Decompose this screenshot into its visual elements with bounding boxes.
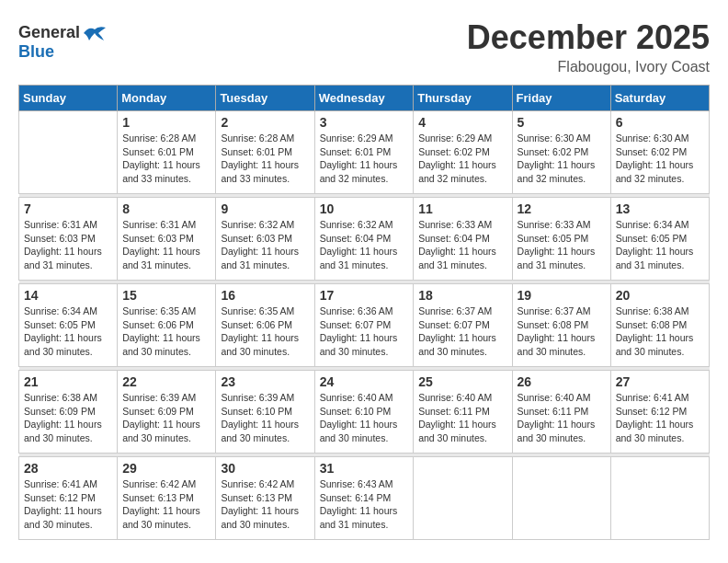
calendar-cell — [19, 111, 118, 194]
day-info: Sunrise: 6:28 AMSunset: 6:01 PMDaylight:… — [221, 132, 309, 186]
day-number: 19 — [518, 288, 606, 303]
calendar-cell — [610, 457, 709, 540]
day-info: Sunrise: 6:37 AMSunset: 6:08 PMDaylight:… — [518, 304, 606, 359]
day-info: Sunrise: 6:29 AMSunset: 6:01 PMDaylight:… — [320, 132, 409, 186]
calendar-cell: 6Sunrise: 6:30 AMSunset: 6:02 PMDaylight… — [610, 111, 709, 194]
logo-bird-icon — [82, 24, 108, 42]
day-info: Sunrise: 6:42 AMSunset: 6:13 PMDaylight:… — [221, 477, 309, 532]
calendar-cell: 28Sunrise: 6:41 AMSunset: 6:12 PMDayligh… — [19, 457, 118, 540]
day-number: 6 — [616, 115, 704, 130]
day-info: Sunrise: 6:32 AMSunset: 6:03 PMDaylight:… — [221, 218, 309, 272]
day-number: 13 — [616, 201, 704, 216]
day-number: 31 — [320, 461, 409, 476]
day-number: 23 — [221, 374, 309, 389]
day-number: 20 — [616, 288, 704, 303]
day-info: Sunrise: 6:36 AMSunset: 6:07 PMDaylight:… — [320, 304, 409, 359]
calendar-cell: 9Sunrise: 6:32 AMSunset: 6:03 PMDaylight… — [216, 198, 314, 281]
month-title: December 2025 — [467, 18, 710, 57]
day-info: Sunrise: 6:29 AMSunset: 6:02 PMDaylight:… — [418, 132, 506, 186]
day-number: 28 — [24, 461, 112, 476]
calendar-cell: 8Sunrise: 6:31 AMSunset: 6:03 PMDaylight… — [118, 198, 216, 281]
day-number: 24 — [320, 374, 409, 389]
day-number: 2 — [221, 115, 309, 130]
day-number: 26 — [518, 374, 606, 389]
day-number: 14 — [24, 288, 112, 303]
day-number: 9 — [221, 201, 309, 216]
day-info: Sunrise: 6:28 AMSunset: 6:01 PMDaylight:… — [122, 132, 210, 186]
calendar-cell: 20Sunrise: 6:38 AMSunset: 6:08 PMDayligh… — [610, 284, 709, 367]
week-row-1: 1Sunrise: 6:28 AMSunset: 6:01 PMDaylight… — [19, 111, 710, 194]
day-number: 25 — [418, 374, 506, 389]
calendar-cell: 18Sunrise: 6:37 AMSunset: 6:07 PMDayligh… — [414, 284, 512, 367]
day-info: Sunrise: 6:40 AMSunset: 6:10 PMDaylight:… — [320, 391, 409, 445]
calendar-cell — [512, 457, 610, 540]
calendar-cell: 24Sunrise: 6:40 AMSunset: 6:10 PMDayligh… — [314, 371, 414, 454]
day-number: 10 — [320, 201, 409, 216]
header: General Blue December 2025 Flabougou, Iv… — [18, 18, 710, 75]
col-monday: Monday — [118, 86, 216, 111]
day-info: Sunrise: 6:39 AMSunset: 6:09 PMDaylight:… — [122, 391, 210, 445]
week-row-4: 21Sunrise: 6:38 AMSunset: 6:09 PMDayligh… — [19, 371, 710, 454]
day-number: 11 — [418, 201, 506, 216]
logo-general-text: General — [18, 23, 80, 42]
location-title: Flabougou, Ivory Coast — [467, 59, 710, 75]
calendar-cell: 7Sunrise: 6:31 AMSunset: 6:03 PMDaylight… — [19, 198, 118, 281]
calendar-cell: 30Sunrise: 6:42 AMSunset: 6:13 PMDayligh… — [216, 457, 314, 540]
calendar-cell: 22Sunrise: 6:39 AMSunset: 6:09 PMDayligh… — [118, 371, 216, 454]
day-number: 8 — [122, 201, 210, 216]
col-sunday: Sunday — [19, 86, 118, 111]
day-info: Sunrise: 6:38 AMSunset: 6:09 PMDaylight:… — [24, 391, 112, 445]
calendar-table: Sunday Monday Tuesday Wednesday Thursday… — [18, 85, 710, 540]
calendar-header-row: Sunday Monday Tuesday Wednesday Thursday… — [19, 86, 710, 111]
calendar-cell: 3Sunrise: 6:29 AMSunset: 6:01 PMDaylight… — [314, 111, 414, 194]
calendar-cell: 25Sunrise: 6:40 AMSunset: 6:11 PMDayligh… — [414, 371, 512, 454]
col-thursday: Thursday — [414, 86, 512, 111]
title-area: December 2025 Flabougou, Ivory Coast — [467, 18, 710, 75]
day-number: 16 — [221, 288, 309, 303]
week-row-3: 14Sunrise: 6:34 AMSunset: 6:05 PMDayligh… — [19, 284, 710, 367]
day-number: 27 — [616, 374, 704, 389]
calendar-cell: 29Sunrise: 6:42 AMSunset: 6:13 PMDayligh… — [118, 457, 216, 540]
day-info: Sunrise: 6:37 AMSunset: 6:07 PMDaylight:… — [418, 304, 506, 359]
day-info: Sunrise: 6:33 AMSunset: 6:04 PMDaylight:… — [418, 218, 506, 272]
day-number: 18 — [418, 288, 506, 303]
day-number: 21 — [24, 374, 112, 389]
calendar-cell — [414, 457, 512, 540]
day-info: Sunrise: 6:31 AMSunset: 6:03 PMDaylight:… — [24, 218, 112, 272]
col-friday: Friday — [512, 86, 610, 111]
calendar-cell: 10Sunrise: 6:32 AMSunset: 6:04 PMDayligh… — [314, 198, 414, 281]
day-info: Sunrise: 6:35 AMSunset: 6:06 PMDaylight:… — [122, 304, 210, 359]
day-info: Sunrise: 6:42 AMSunset: 6:13 PMDaylight:… — [122, 477, 210, 532]
day-number: 22 — [122, 374, 210, 389]
day-info: Sunrise: 6:33 AMSunset: 6:05 PMDaylight:… — [518, 218, 606, 272]
day-number: 1 — [122, 115, 210, 130]
week-row-5: 28Sunrise: 6:41 AMSunset: 6:12 PMDayligh… — [19, 457, 710, 540]
day-info: Sunrise: 6:34 AMSunset: 6:05 PMDaylight:… — [616, 218, 704, 272]
calendar-cell: 13Sunrise: 6:34 AMSunset: 6:05 PMDayligh… — [610, 198, 709, 281]
day-number: 17 — [320, 288, 409, 303]
day-info: Sunrise: 6:30 AMSunset: 6:02 PMDaylight:… — [518, 132, 606, 186]
day-info: Sunrise: 6:41 AMSunset: 6:12 PMDaylight:… — [616, 391, 704, 445]
day-info: Sunrise: 6:39 AMSunset: 6:10 PMDaylight:… — [221, 391, 309, 445]
day-number: 3 — [320, 115, 409, 130]
page-container: General Blue December 2025 Flabougou, Iv… — [18, 18, 710, 540]
day-info: Sunrise: 6:31 AMSunset: 6:03 PMDaylight:… — [122, 218, 210, 272]
calendar-cell: 21Sunrise: 6:38 AMSunset: 6:09 PMDayligh… — [19, 371, 118, 454]
calendar-cell: 11Sunrise: 6:33 AMSunset: 6:04 PMDayligh… — [414, 198, 512, 281]
week-row-2: 7Sunrise: 6:31 AMSunset: 6:03 PMDaylight… — [19, 198, 710, 281]
day-info: Sunrise: 6:43 AMSunset: 6:14 PMDaylight:… — [320, 477, 409, 532]
logo: General Blue — [18, 18, 108, 62]
day-number: 5 — [518, 115, 606, 130]
calendar-cell: 27Sunrise: 6:41 AMSunset: 6:12 PMDayligh… — [610, 371, 709, 454]
day-info: Sunrise: 6:32 AMSunset: 6:04 PMDaylight:… — [320, 218, 409, 272]
day-info: Sunrise: 6:30 AMSunset: 6:02 PMDaylight:… — [616, 132, 704, 186]
calendar-cell: 12Sunrise: 6:33 AMSunset: 6:05 PMDayligh… — [512, 198, 610, 281]
day-info: Sunrise: 6:41 AMSunset: 6:12 PMDaylight:… — [24, 477, 112, 532]
day-number: 29 — [122, 461, 210, 476]
day-info: Sunrise: 6:40 AMSunset: 6:11 PMDaylight:… — [518, 391, 606, 445]
day-number: 15 — [122, 288, 210, 303]
calendar-cell: 16Sunrise: 6:35 AMSunset: 6:06 PMDayligh… — [216, 284, 314, 367]
calendar-cell: 19Sunrise: 6:37 AMSunset: 6:08 PMDayligh… — [512, 284, 610, 367]
calendar-cell: 26Sunrise: 6:40 AMSunset: 6:11 PMDayligh… — [512, 371, 610, 454]
day-info: Sunrise: 6:38 AMSunset: 6:08 PMDaylight:… — [616, 304, 704, 359]
